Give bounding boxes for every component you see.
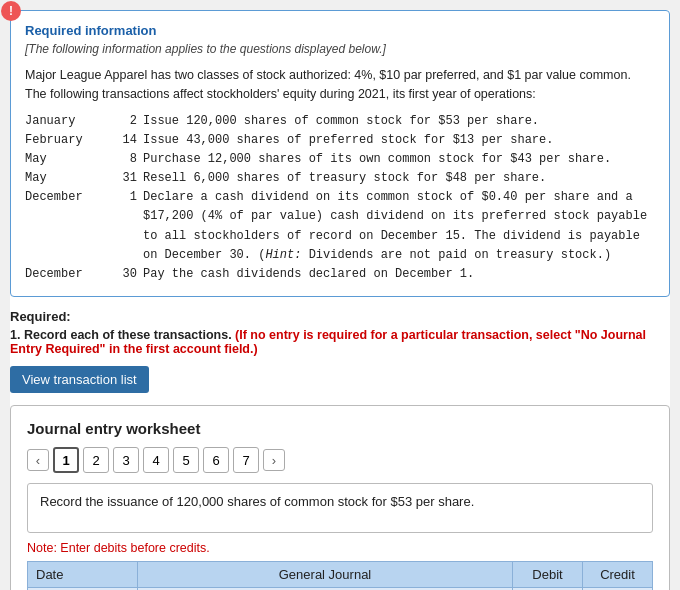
tab-button-7[interactable]: 7 <box>233 447 259 473</box>
trans-row-3: May 8 Purchase 12,000 shares of its own … <box>25 150 655 169</box>
trans-row-5: December 1 Declare a cash dividend on it… <box>25 188 655 265</box>
required-section: Required: 1. Record each of these transa… <box>10 309 670 356</box>
info-subtitle: [The following information applies to th… <box>25 42 655 56</box>
note-text: Note: Enter debits before credits. <box>27 541 653 555</box>
col-header-journal: General Journal <box>138 562 513 588</box>
trans-date-3: May <box>25 150 115 169</box>
worksheet-box: Journal entry worksheet ‹ 1 2 3 4 5 6 7 … <box>10 405 670 590</box>
tab-button-4[interactable]: 4 <box>143 447 169 473</box>
tab-next-button[interactable]: › <box>263 449 285 471</box>
required-note: 1. Record each of these transactions. (I… <box>10 328 670 356</box>
trans-date-6: December <box>25 265 115 284</box>
trans-day-6: 30 <box>115 265 143 284</box>
tab-button-6[interactable]: 6 <box>203 447 229 473</box>
required-title: Required: <box>10 309 670 324</box>
tab-button-1[interactable]: 1 <box>53 447 79 473</box>
trans-row-2: February 14 Issue 43,000 shares of prefe… <box>25 131 655 150</box>
transactions-table: January 2 Issue 120,000 shares of common… <box>25 112 655 285</box>
trans-desc-6: Pay the cash dividends declared on Decem… <box>143 265 655 284</box>
page-container: ! Required information [The following in… <box>10 10 670 590</box>
trans-day-4: 31 <box>115 169 143 188</box>
trans-desc-1: Issue 120,000 shares of common stock for… <box>143 112 655 131</box>
info-title: Required information <box>25 23 655 38</box>
journal-table: Date General Journal Debit Credit Januar… <box>27 561 653 590</box>
info-box: ! Required information [The following in… <box>10 10 670 297</box>
table-header-row: Date General Journal Debit Credit <box>28 562 653 588</box>
trans-day-5: 1 <box>115 188 143 265</box>
worksheet-title: Journal entry worksheet <box>27 420 653 437</box>
info-body: Major League Apparel has two classes of … <box>25 66 655 104</box>
tab-button-3[interactable]: 3 <box>113 447 139 473</box>
trans-row-1: January 2 Issue 120,000 shares of common… <box>25 112 655 131</box>
trans-date-5: December <box>25 188 115 265</box>
info-icon: ! <box>1 1 21 21</box>
col-header-debit: Debit <box>513 562 583 588</box>
trans-row-6: December 30 Pay the cash dividends decla… <box>25 265 655 284</box>
trans-desc-3: Purchase 12,000 shares of its own common… <box>143 150 655 169</box>
trans-desc-4: Resell 6,000 shares of treasury stock fo… <box>143 169 655 188</box>
trans-date-2: February <box>25 131 115 150</box>
tab-prev-button[interactable]: ‹ <box>27 449 49 471</box>
trans-date-4: May <box>25 169 115 188</box>
trans-day-1: 2 <box>115 112 143 131</box>
trans-day-3: 8 <box>115 150 143 169</box>
trans-desc-2: Issue 43,000 shares of preferred stock f… <box>143 131 655 150</box>
trans-row-4: May 31 Resell 6,000 shares of treasury s… <box>25 169 655 188</box>
required-instruction-bold: 1. Record each of these transactions. <box>10 328 232 342</box>
trans-desc-5: Declare a cash dividend on its common st… <box>143 188 655 265</box>
tab-button-2[interactable]: 2 <box>83 447 109 473</box>
tab-navigation: ‹ 1 2 3 4 5 6 7 › <box>27 447 653 473</box>
description-box: Record the issuance of 120,000 shares of… <box>27 483 653 533</box>
view-transaction-button[interactable]: View transaction list <box>10 366 149 393</box>
trans-day-2: 14 <box>115 131 143 150</box>
tab-button-5[interactable]: 5 <box>173 447 199 473</box>
trans-date-1: January <box>25 112 115 131</box>
col-header-date: Date <box>28 562 138 588</box>
col-header-credit: Credit <box>583 562 653 588</box>
